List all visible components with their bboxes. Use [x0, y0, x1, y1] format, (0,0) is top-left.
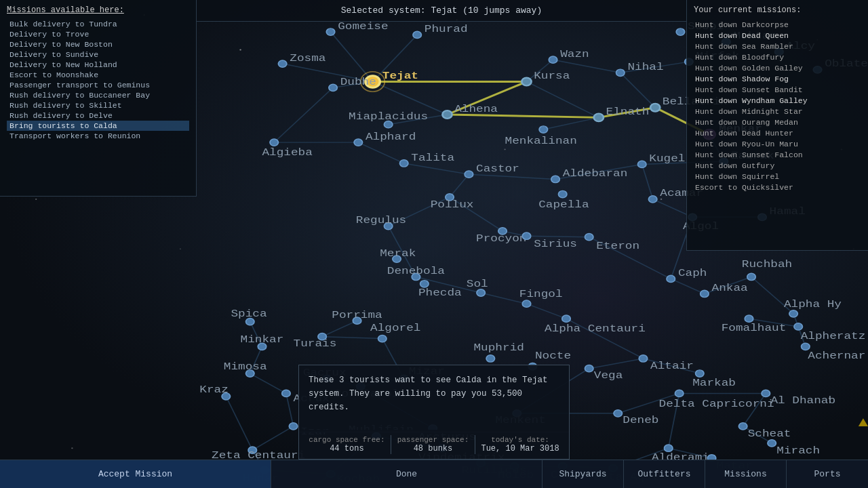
accept-mission-button[interactable]: Accept Mission — [0, 460, 271, 488]
mission-list-item[interactable]: Delivery to Sundive — [7, 49, 189, 60]
mission-list-item[interactable]: Escort to Moonshake — [7, 70, 189, 80]
current-mission-item: Hunt down Golden Galley — [694, 62, 861, 73]
svg-point-186 — [745, 315, 753, 322]
date-stat: today's date: Tue, 10 Mar 3018 — [481, 436, 559, 453]
mission-list-item[interactable]: Bring tourists to Calda — [7, 121, 189, 131]
shipyards-button[interactable]: Shipyards — [542, 460, 624, 488]
current-mission-item: Hunt down Sunset Falcon — [694, 149, 861, 160]
svg-point-190 — [802, 343, 810, 350]
svg-point-114 — [442, 110, 452, 119]
mission-list: Bulk delivery to TundraDelivery to Trove… — [7, 19, 189, 141]
svg-text:Phurad: Phurad — [425, 23, 468, 35]
svg-point-196 — [420, 281, 429, 287]
svg-point-11 — [35, 199, 37, 200]
svg-point-210 — [585, 365, 593, 372]
svg-point-148 — [539, 126, 547, 133]
svg-point-158 — [551, 176, 559, 182]
passenger-label: passenger space: — [397, 436, 469, 444]
current-mission-item: Hunt down Dead Hunter — [694, 127, 861, 138]
mission-list-item[interactable]: Rush delivery to Skillet — [7, 100, 189, 110]
svg-point-160 — [558, 190, 566, 197]
svg-text:Sol: Sol — [467, 279, 488, 290]
svg-text:Tejat: Tejat — [382, 70, 418, 81]
date-value: Tue, 10 Mar 3018 — [481, 444, 559, 453]
current-mission-item: Hunt down Ryou-Un Maru — [694, 138, 861, 149]
mission-list-item[interactable]: Bulk delivery to Tundra — [7, 19, 189, 29]
missions-button[interactable]: Missions — [705, 460, 787, 488]
current-mission-item: Hunt down Dead Queen — [694, 30, 861, 41]
ports-button[interactable]: Ports — [787, 460, 868, 488]
svg-text:Gomeise: Gomeise — [338, 20, 388, 32]
current-mission-item: Hunt down Gutfury — [694, 160, 861, 171]
svg-point-152 — [399, 160, 408, 167]
mission-list-item[interactable]: Transport workers to Reunion — [7, 131, 189, 141]
current-mission-item: Hunt down Squirrel — [694, 171, 861, 182]
selected-system-banner: Selected system: Tejat (10 jumps away) — [197, 0, 686, 22]
svg-text:Elnath: Elnath — [606, 106, 650, 117]
svg-text:Nihal: Nihal — [627, 61, 663, 73]
svg-point-178 — [667, 275, 675, 282]
svg-text:Menkalinan: Menkalinan — [505, 135, 577, 146]
svg-text:Caph: Caph — [678, 267, 707, 279]
done-button[interactable]: Done — [271, 460, 542, 488]
svg-text:Castor: Castor — [476, 163, 519, 174]
svg-text:Alphard: Alphard — [366, 131, 416, 142]
svg-point-112 — [521, 78, 531, 86]
svg-text:Capella: Capella — [538, 199, 589, 210]
passenger-stat: passenger space: 48 bunks — [397, 436, 469, 453]
mission-list-item[interactable]: Delivery to Trove — [7, 29, 189, 39]
svg-point-206 — [639, 355, 647, 362]
svg-text:Altair: Altair — [650, 360, 694, 371]
outfitters-button[interactable]: Outfitters — [624, 460, 705, 488]
svg-point-162 — [637, 161, 646, 167]
current-missions-title: Your current missions: — [694, 5, 861, 15]
current-mission-item: Hunt down Midnight Star — [694, 106, 861, 117]
svg-text:Nocte: Nocte — [535, 350, 571, 361]
stats-bar: cargo space free: 44 tons passenger spac… — [298, 430, 570, 460]
svg-text:Algorel: Algorel — [370, 322, 420, 333]
svg-point-266 — [289, 423, 297, 430]
svg-text:Achernar: Achernar — [808, 350, 865, 361]
svg-text:Delta Capricorni: Delta Capricorni — [659, 398, 774, 409]
svg-text:Mirach: Mirach — [776, 445, 820, 456]
selected-system-text: Selected system: Tejat (10 jumps away) — [341, 5, 542, 16]
svg-text:Denebola: Denebola — [387, 265, 445, 277]
svg-text:Scheat: Scheat — [748, 428, 791, 439]
svg-point-204 — [562, 315, 570, 322]
current-mission-item: Escort to Quicksilver — [694, 182, 861, 192]
svg-text:Pollux: Pollux — [431, 199, 474, 210]
svg-point-142 — [270, 139, 278, 146]
mission-list-item[interactable]: Delivery to New Boston — [7, 39, 189, 49]
svg-point-246 — [486, 355, 494, 362]
svg-point-180 — [701, 290, 709, 297]
svg-point-208 — [696, 370, 704, 377]
mission-list-item[interactable]: Passenger transport to Geminus — [7, 80, 189, 90]
svg-point-264 — [282, 390, 290, 396]
svg-point-184 — [789, 310, 797, 317]
mission-list-item[interactable]: Rush delivery to Buccaneer Bay — [7, 90, 189, 100]
svg-point-126 — [413, 31, 421, 38]
svg-text:Deneb: Deneb — [623, 415, 658, 426]
svg-point-134 — [676, 28, 684, 35]
stat-divider-1 — [391, 435, 391, 454]
mission-list-item[interactable]: Rush delivery to Delve — [7, 110, 189, 121]
svg-text:Vega: Vega — [594, 370, 623, 382]
svg-point-226 — [762, 390, 770, 396]
svg-point-14 — [505, 149, 506, 150]
mission-list-item[interactable]: Delivery to New Holland — [7, 60, 189, 70]
current-mission-item: Hunt down Ourang Medan — [694, 117, 861, 127]
svg-point-128 — [549, 56, 557, 63]
passenger-value: 48 bunks — [397, 444, 469, 453]
svg-point-118 — [650, 104, 660, 112]
current-mission-item: Hunt down Sea Rambler — [694, 41, 861, 52]
svg-point-188 — [794, 323, 802, 330]
missions-available-panel: Missions available here: Bulk delivery t… — [0, 0, 197, 197]
svg-text:Wazn: Wazn — [560, 48, 589, 60]
svg-point-12 — [71, 447, 73, 449]
svg-text:Ankaa: Ankaa — [712, 282, 748, 293]
svg-text:Alhena: Alhena — [454, 103, 498, 115]
svg-point-120 — [326, 28, 334, 35]
current-mission-list: Hunt down DarkcorpseHunt down Dead Queen… — [694, 19, 861, 192]
svg-text:Eteron: Eteron — [596, 241, 639, 252]
svg-point-174 — [585, 234, 593, 241]
